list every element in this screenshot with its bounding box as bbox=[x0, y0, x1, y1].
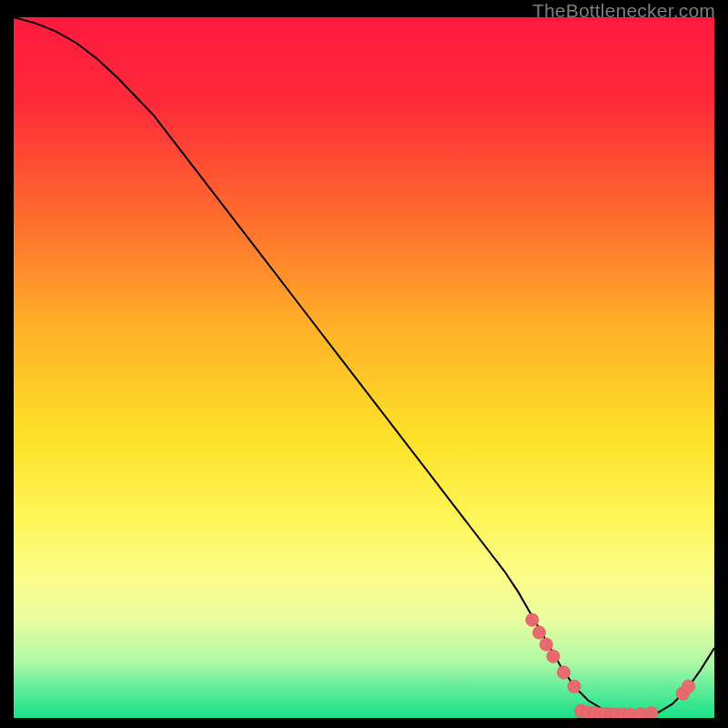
curve-marker bbox=[557, 666, 570, 679]
bottleneck-chart bbox=[14, 17, 714, 718]
curve-marker bbox=[568, 680, 581, 693]
watermark-text: TheBottlenecker.com bbox=[532, 0, 715, 22]
curve-marker bbox=[526, 613, 539, 626]
gradient-background bbox=[14, 17, 714, 718]
chart-frame bbox=[14, 17, 714, 718]
curve-marker bbox=[540, 638, 552, 651]
curve-marker bbox=[645, 706, 658, 718]
curve-marker bbox=[682, 680, 694, 693]
curve-marker bbox=[532, 626, 545, 639]
curve-marker bbox=[547, 650, 560, 662]
